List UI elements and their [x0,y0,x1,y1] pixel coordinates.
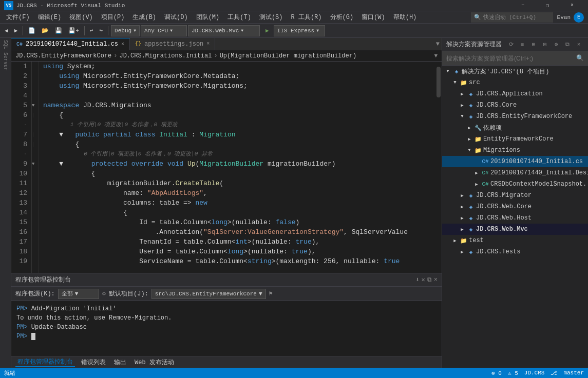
save-all-button[interactable]: 💾+ [66,25,82,36]
side-icon-server[interactable]: SQL Server [0,40,11,71]
menu-edit[interactable]: 编辑(E) [34,11,66,24]
run-button[interactable]: ▶ [263,25,272,36]
bottom-tab-output[interactable]: 输出 [112,358,128,367]
redo-button[interactable]: ↪ [97,25,105,36]
folder-icon-efcore: 📁 [474,135,482,143]
tree-src-folder[interactable]: ▼ 📁 src [442,77,588,88]
code-line-17: TenantId = table.Column<int>(nullable: t… [43,237,431,247]
pkg-auto-scroll-icon[interactable]: ⬇ [415,276,419,284]
menu-window[interactable]: 窗口(W) [357,11,389,24]
package-manager-console: 程序包管理器控制台 ⬇ ✕ ⧉ × 程序包源(K): 全部 ▼ ⚙ 默认项目(J… [11,273,442,368]
se-settings-icon[interactable]: ⚙ [551,39,561,50]
platform-arrow-icon: ▼ [170,28,173,33]
save-button[interactable]: 💾 [52,25,65,36]
bc-item-0[interactable]: JD.CRS.EntityFrameworkCore [15,52,111,59]
solution-tree[interactable]: ▼ ◈ 解决方案'JD.CRS'(8 个项目) ▼ 📁 src ▶ ◈ JD.C… [442,66,588,368]
tree-initial-cs[interactable]: C# 20191001071440_Initial.cs [442,156,588,167]
pkg-toolbar: 程序包源(K): 全部 ▼ ⚙ 默认项目(J): src\JD.CRS.Enti… [11,287,442,301]
tree-webcore[interactable]: ▶ ◈ JD.CRS.Web.Core [442,201,588,212]
platform-dropdown[interactable]: Any CPU ▼ [141,25,187,36]
se-expand-icon[interactable]: ⊞ [528,39,539,50]
status-bar-left: 就绪 [4,369,15,377]
user-avatar[interactable]: E [574,12,584,23]
tree-snapshot[interactable]: ▶ C# CRSDbContextModelSnapshot... [442,178,588,190]
code-editor[interactable]: 1 2 3 4 5 6 · 7 8 · 9 10 11 12 13 14 15 … [11,62,442,273]
pkg-default-arrow-icon: ▼ [259,291,262,297]
se-close-icon[interactable]: × [574,39,584,50]
pkg-flag-icon[interactable]: ⚑ [269,290,273,297]
code-line-9: ▼ protected override void Up(MigrationBu… [43,159,431,169]
tree-arrow-tests: ▶ [459,248,466,255]
forward-button[interactable]: ▶ [12,25,21,36]
pkg-console-content[interactable]: PM> Add-Migration 'Initial' To undo this… [11,301,442,356]
menu-view[interactable]: 视图(V) [65,11,97,24]
status-branch[interactable]: master [563,370,584,376]
menu-test[interactable]: 测试(S) [255,11,287,24]
menu-help[interactable]: 帮助(H) [389,11,421,24]
scrollbar-thumb[interactable] [437,67,441,97]
run-dropdown[interactable]: IIS Express ▼ [274,25,325,36]
pkg-clear-icon[interactable]: ✕ [422,276,425,284]
tree-efcore-folder[interactable]: ▶ 📁 EntityFrameworkCore [442,133,588,145]
bottom-tab-errors[interactable]: 错误列表 [79,358,108,367]
tree-deps[interactable]: ▶ 🔧 依赖项 [442,122,588,133]
minimize-button[interactable]: − [511,0,535,11]
tree-application[interactable]: ▶ ◈ JD.CRS.Application [442,88,588,100]
tab-close-appsettings[interactable]: × [206,41,210,47]
se-dock-icon[interactable]: ⧉ [562,39,573,50]
tab-appsettings[interactable]: {} appsettings.json × [130,38,215,50]
solution-search-input[interactable] [446,55,576,62]
pkg-dock-icon[interactable]: ⧉ [427,276,432,284]
menu-debug[interactable]: 调试(D) [160,11,192,24]
new-file-button[interactable]: 📄 [26,25,38,36]
tree-test-folder[interactable]: ▶ 📁 test [442,235,588,246]
menu-project[interactable]: 项目(P) [97,11,129,24]
toolbar-separator-1 [23,26,23,35]
se-collapse-icon[interactable]: ⊟ [540,39,550,50]
pkg-source-dropdown[interactable]: 全部 ▼ [58,289,99,299]
tab-scroll-button[interactable]: ▼ [434,38,442,50]
se-filter-icon[interactable]: ≡ [517,39,527,50]
menu-rtools[interactable]: R 工具(R) [287,11,326,24]
tree-solution-root[interactable]: ▼ ◈ 解决方案'JD.CRS'(8 个项目) [442,66,588,77]
menu-team[interactable]: 团队(M) [192,11,224,24]
status-errors[interactable]: ⊗ 0 [491,370,502,376]
status-project[interactable]: JD.CRS [524,370,545,376]
tree-initial-designer[interactable]: ▶ C# 20191001071440_Initial.Design... [442,167,588,178]
menu-analyze[interactable]: 分析(G) [326,11,358,24]
solution-explorer-panel: 解决方案资源管理器 ⟳ ≡ ⊞ ⊟ ⚙ ⧉ × 🔍 ▼ ◈ 解决方案'JD. [442,38,588,368]
debug-config-dropdown[interactable]: Debug ▼ [111,25,140,36]
menu-file[interactable]: 文件(F) [2,11,34,24]
se-sync-icon[interactable]: ⟳ [506,39,516,50]
pkg-default-project-dropdown[interactable]: src\JD.CRS.EntityFrameworkCore ▼ [151,289,266,299]
menu-build[interactable]: 生成(B) [128,11,160,24]
tree-webmvc[interactable]: ▶ ◈ JD.CRS.Web.Mvc [442,224,588,235]
breadcrumb-collapse[interactable]: ▼ [434,53,438,59]
editor-scrollbar[interactable] [435,62,442,273]
pkg-settings-icon[interactable]: ⚙ [102,290,106,297]
tree-webhost[interactable]: ▶ ◈ JD.CRS.Web.Host [442,212,588,224]
tab-close-initial[interactable]: × [121,42,124,47]
tree-migrations-folder[interactable]: ▼ 📁 Migrations [442,145,588,156]
tree-migrator[interactable]: ▶ ◈ JD.CRS.Migrator [442,190,588,201]
bc-item-2[interactable]: Up(MigrationBuilder migrationBuilder) [220,52,356,59]
tree-efcore[interactable]: ▼ ◈ JD.CRS.EntityFrameworkCore [442,111,588,122]
code-content-area[interactable]: using System; using Microsoft.EntityFram… [39,62,435,273]
tab-initial-cs[interactable]: C# 20191001071440_Initial.cs × [11,38,130,50]
menu-tools[interactable]: 工具(T) [223,11,255,24]
pkg-close-icon[interactable]: × [434,276,438,284]
status-warnings[interactable]: ⚠ 5 [508,370,518,376]
bottom-tab-pkg[interactable]: 程序包管理器控制台 [15,357,75,367]
bottom-tab-web-publish[interactable]: Web 发布活动 [132,358,176,367]
open-button[interactable]: 📂 [39,25,51,36]
quick-launch-input[interactable]: 快速启动 (Ctrl+Q) [483,13,536,21]
close-button[interactable]: × [560,0,584,11]
tree-tests[interactable]: ▶ ◈ JD.CRS.Tests [442,246,588,257]
restore-button[interactable]: ❐ [536,0,559,11]
tree-core[interactable]: ▶ ◈ JD.CRS.Core [442,100,588,111]
project-dropdown[interactable]: JD.CRS.Web.Mvc ▼ [188,25,260,36]
pkg-line-4: PM> [16,332,437,341]
undo-button[interactable]: ↩ [87,25,96,36]
back-button[interactable]: ◀ [2,25,11,36]
bc-item-1[interactable]: JD.CRS.Migrations.Initial [119,52,212,59]
